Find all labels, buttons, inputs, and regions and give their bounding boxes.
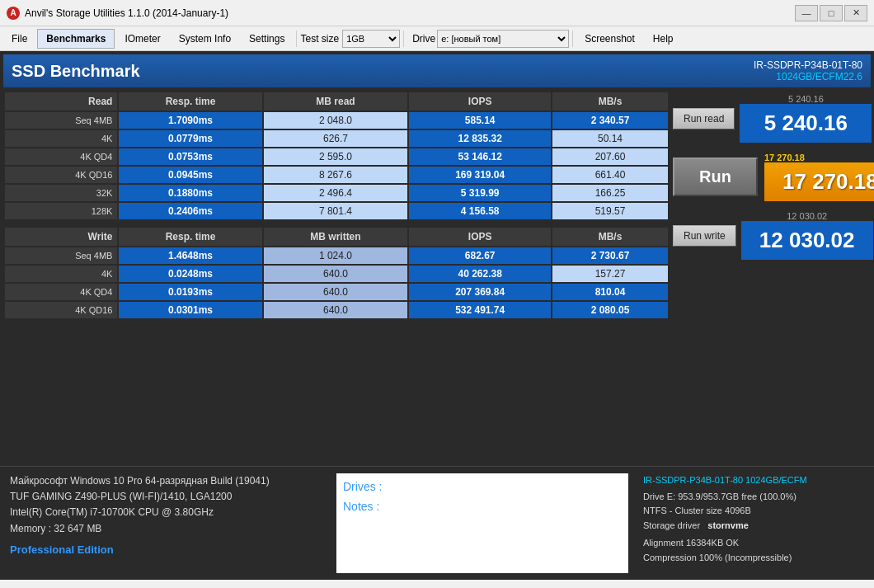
- storage-driver-label: Storage driver: [643, 520, 700, 530]
- col-mbs-write: MB/s: [552, 228, 668, 246]
- read-score-small: 5 240.16: [740, 94, 872, 104]
- menu-help[interactable]: Help: [645, 30, 682, 48]
- col-mbs-read: MB/s: [552, 92, 668, 111]
- notes-label: Notes :: [343, 500, 622, 513]
- mb-128k-read: 7 801.4: [264, 203, 408, 219]
- ntfs-info: NTFS - Cluster size 4096B: [643, 504, 866, 519]
- minimize-button[interactable]: —: [795, 5, 818, 21]
- status-bar: Майкрософт Windows 10 Pro 64-разрядная B…: [0, 466, 874, 580]
- write-row-seq4mb: Seq 4MB 1.4648ms 1 024.0 682.67 2 730.67: [5, 247, 668, 264]
- run-read-button[interactable]: Run read: [673, 108, 735, 129]
- window-title: Anvil's Storage Utilities 1.1.0 (2014-Ja…: [25, 7, 795, 19]
- read-score-block: 5 240.16 5 240.16: [740, 94, 872, 143]
- status-right: IR-SSDPR-P34B-01T-80 1024GB/ECFM Drive E…: [635, 467, 874, 580]
- resp-128k-read: 0.2406ms: [119, 203, 261, 219]
- label-seq4mb-write: Seq 4MB: [5, 247, 117, 264]
- col-resp-time: Resp. time: [119, 92, 261, 111]
- overall-score-small: 17 270.18: [764, 153, 874, 162]
- main-area: SSD Benchmark IR-SSDPR-P34B-01T-80 1024G…: [0, 51, 874, 580]
- mbs-4kqd16-read: 661.40: [552, 167, 668, 183]
- test-size-select[interactable]: 1GB 256MB 512MB 4GB: [342, 30, 400, 48]
- read-score-box: 5 240.16: [740, 104, 872, 143]
- separator-1: [296, 31, 297, 47]
- right-panel: Run read 5 240.16 5 240.16 Run 17 270.18…: [673, 91, 871, 320]
- device-title: IR-SSDPR-P34B-01T-80 1024GB/ECFM: [643, 473, 866, 488]
- iops-32k-read: 5 319.99: [409, 185, 551, 201]
- drives-text: Drives :: [343, 480, 382, 493]
- app-icon: A: [7, 7, 20, 20]
- run-read-container: Run read 5 240.16 5 240.16: [673, 94, 871, 143]
- run-all-button[interactable]: Run: [673, 158, 758, 196]
- spacer-row: [5, 221, 668, 226]
- iops-4k-read: 12 835.32: [409, 130, 551, 147]
- write-score-block: 12 030.02 12 030.02: [741, 211, 873, 260]
- write-score-small: 12 030.02: [741, 211, 873, 221]
- menu-settings[interactable]: Settings: [241, 30, 293, 48]
- maximize-button[interactable]: □: [820, 5, 843, 21]
- menu-benchmarks[interactable]: Benchmarks: [37, 29, 115, 49]
- storage-driver-info: Storage driver stornvme: [643, 519, 866, 534]
- iops-seq4mb-read: 585.14: [409, 112, 551, 129]
- status-left: Майкрософт Windows 10 Pro 64-разрядная B…: [0, 467, 330, 580]
- read-row-seq4mb: Seq 4MB 1.7090ms 2 048.0 585.14 2 340.57: [5, 112, 668, 129]
- edition-label: Professional Edition: [10, 542, 320, 559]
- read-row-32k: 32K 0.1880ms 2 496.4 5 319.99 166.25: [5, 185, 668, 201]
- write-row-4kqd4: 4K QD4 0.0193ms 640.0 207 369.84 810.04: [5, 284, 668, 300]
- storage-driver-value: stornvme: [707, 520, 749, 530]
- label-4kqd16-read: 4K QD16: [5, 167, 117, 183]
- run-write-button[interactable]: Run write: [673, 225, 736, 247]
- label-4k-write: 4K: [5, 266, 117, 282]
- device-line1: IR-SSDPR-P34B-01T-80: [754, 59, 862, 71]
- mb-seq4mb-write: 1 024.0: [264, 247, 408, 264]
- close-button[interactable]: ✕: [844, 5, 867, 21]
- label-4k-read: 4K: [5, 130, 117, 147]
- benchmark-table: Read Resp. time MB read IOPS MB/s Seq 4M…: [3, 91, 670, 320]
- overall-score-block: 17 270.18 17 270.18: [764, 153, 874, 201]
- iops-4kqd4-read: 53 146.12: [409, 148, 551, 165]
- col-resp-time-w: Resp. time: [119, 228, 261, 246]
- menu-screenshot[interactable]: Screenshot: [576, 30, 643, 48]
- menu-bar: File Benchmarks IOmeter System Info Sett…: [0, 26, 874, 51]
- mb-32k-read: 2 496.4: [264, 185, 408, 201]
- resp-seq4mb-write: 1.4648ms: [119, 247, 261, 264]
- mbs-4k-read: 50.14: [552, 130, 668, 147]
- ssd-device-info: IR-SSDPR-P34B-01T-80 1024GB/ECFM22.6: [754, 59, 862, 82]
- menu-iometer[interactable]: IOmeter: [116, 30, 168, 48]
- mbs-128k-read: 519.57: [552, 203, 668, 219]
- status-middle: Drives : Notes :: [336, 473, 628, 573]
- mbs-4k-write: 157.27: [552, 266, 668, 282]
- resp-4k-read: 0.0779ms: [119, 130, 261, 147]
- drives-label: Drives :: [343, 480, 622, 493]
- notes-text: Notes :: [343, 500, 379, 513]
- iops-128k-read: 4 156.58: [409, 203, 551, 219]
- col-mb-read: MB read: [264, 92, 408, 111]
- iops-4kqd4-write: 207 369.84: [409, 284, 551, 300]
- mb-info: TUF GAMING Z490-PLUS (WI-FI)/1410, LGA12…: [10, 489, 320, 505]
- mb-4k-write: 640.0: [264, 266, 408, 282]
- mb-4kqd4-write: 640.0: [264, 284, 408, 300]
- memory-info: Memory : 32 647 MB: [10, 521, 320, 537]
- label-4kqd4-read: 4K QD4: [5, 148, 117, 165]
- col-write: Write: [5, 228, 117, 246]
- label-4kqd4-write: 4K QD4: [5, 284, 117, 300]
- drive-select[interactable]: e: [новый том]: [437, 30, 569, 48]
- mb-4kqd16-read: 8 267.6: [264, 167, 408, 183]
- write-row-4kqd16: 4K QD16 0.0301ms 640.0 532 491.74 2 080.…: [5, 302, 668, 318]
- mbs-4kqd4-read: 207.60: [552, 148, 668, 165]
- drive-e-info: Drive E: 953.9/953.7GB free (100.0%): [643, 490, 866, 505]
- resp-4kqd4-read: 0.0753ms: [119, 148, 261, 165]
- separator-2: [403, 31, 404, 47]
- resp-4kqd16-read: 0.0945ms: [119, 167, 261, 183]
- menu-file[interactable]: File: [3, 30, 35, 48]
- read-row-4kqd4: 4K QD4 0.0753ms 2 595.0 53 146.12 207.60: [5, 148, 668, 165]
- label-32k-read: 32K: [5, 185, 117, 201]
- mbs-4kqd16-write: 2 080.05: [552, 302, 668, 318]
- label-128k-read: 128K: [5, 203, 117, 219]
- overall-score-box: 17 270.18: [764, 162, 874, 201]
- col-mb-written: MB written: [264, 228, 408, 246]
- run-write-container: Run write 12 030.02 12 030.02: [673, 211, 871, 260]
- write-score-box: 12 030.02: [741, 221, 873, 260]
- col-iops-write: IOPS: [409, 228, 551, 246]
- resp-4kqd4-write: 0.0193ms: [119, 284, 261, 300]
- menu-system-info[interactable]: System Info: [171, 30, 239, 48]
